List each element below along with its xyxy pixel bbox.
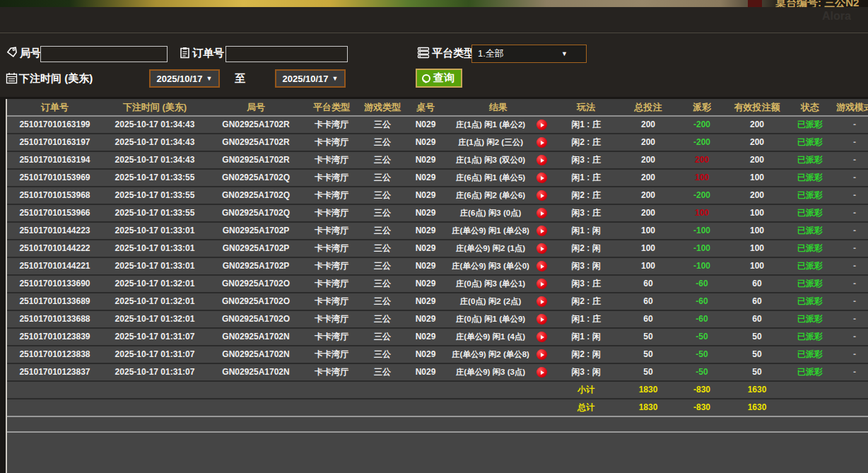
subtotal-row: 小计 1830 -830 1630 [7,382,868,399]
video-play-button[interactable] [536,349,547,360]
date-from-picker[interactable]: 2025/10/17 ▼ [149,69,220,88]
cell-round: GN02925A1702O [207,276,305,292]
cell-payout: 100 [676,170,727,186]
cell-status: 已派彩 [787,240,833,257]
cell-status: 已派彩 [787,276,833,292]
video-play-button[interactable] [536,137,547,148]
cell-valid-bet: 100 [727,205,787,221]
results-table-section: 订单号 下注时间 (美东) 局号 平台类型 游戏类型 桌号 结果 玩法 总投注 … [0,97,868,473]
cell-table-no: N029 [406,311,445,327]
table-number-label: 桌台编号: 三公N2 [775,0,859,7]
play-icon [541,370,544,375]
cell-payout: -100 [676,258,727,274]
cell-round: GN02925A1702N [207,329,305,345]
cell-result: 庄(6点) 闲3 (0点) [445,205,552,221]
video-play-button[interactable] [536,173,547,183]
cell-bet-time: 2025-10-17 01:33:01 [102,240,207,257]
cell-play: 闲2 : 庄 [552,187,620,204]
bet-time-label: 下注时间 (美东) [19,71,93,86]
cell-table-no: N029 [406,258,445,274]
cell-round: GN02925A1702R [207,134,305,151]
video-play-button[interactable] [536,155,547,165]
table-row: 251017010144221 2025-10-17 01:33:01 GN02… [7,258,868,276]
play-icon [541,141,544,145]
cell-round: GN02925A1702N [207,364,305,380]
cell-table-no: N029 [406,134,445,151]
play-icon [541,247,544,251]
cell-platform: 卡卡湾厅 [305,187,358,204]
cell-round: GN02925A1702R [207,152,305,168]
cell-platform: 卡卡湾厅 [305,364,358,380]
table-row: 251017010153969 2025-10-17 01:33:55 GN02… [7,170,868,187]
cell-table-no: N029 [406,364,445,380]
cell-bet-time: 2025-10-17 01:31:07 [102,329,207,345]
cell-game-mode: - [833,117,868,133]
play-icon [541,353,544,357]
cell-table-no: N029 [406,240,445,257]
video-play-button[interactable] [536,296,547,307]
date-to-picker[interactable]: 2025/10/17 ▼ [275,69,346,88]
play-icon [541,176,544,180]
video-play-button[interactable] [536,314,547,325]
cell-game-type: 三公 [358,134,406,151]
cell-result: 庄(1点) 闲2 (三公) [445,134,552,151]
results-table: 订单号 下注时间 (美东) 局号 平台类型 游戏类型 桌号 结果 玩法 总投注 … [6,99,868,473]
search-button[interactable]: 查询 [416,69,462,88]
cell-table-no: N029 [406,170,445,186]
cell-bet-time: 2025-10-17 01:33:55 [102,170,207,186]
video-play-button[interactable] [536,226,547,236]
cell-status: 已派彩 [787,311,833,327]
cell-platform: 卡卡湾厅 [305,276,358,292]
cell-table-no: N029 [406,205,445,221]
platform-type-select[interactable]: 1.全部 ▼ [471,45,587,63]
cell-round: GN02925A1702Q [207,187,305,204]
result-text: 庄(1点) 闲1 (单公2) [445,117,536,133]
cell-game-mode: - [833,152,868,168]
table-row: 251017010123837 2025-10-17 01:31:07 GN02… [7,364,868,382]
cell-game-mode: - [833,240,868,257]
video-play-button[interactable] [536,279,547,289]
cell-round: GN02925A1702N [207,346,305,363]
cell-game-mode: - [833,205,868,221]
cell-game-mode: - [833,346,868,363]
video-play-button[interactable] [536,190,547,201]
video-play-button[interactable] [536,367,547,378]
cell-payout: -50 [676,329,727,345]
round-number-input[interactable] [40,46,168,62]
cell-table-no: N029 [406,152,445,168]
cell-play: 闲3 : 闲 [552,258,620,274]
cell-order-id: 251017010153968 [7,187,102,204]
header-game-type: 游戏类型 [358,99,406,115]
chevron-down-icon: ▼ [332,75,339,82]
cell-round: GN02925A1702O [207,293,305,310]
platform-stack-icon [417,47,429,59]
header-status: 状态 [787,99,833,115]
video-play-button[interactable] [536,243,547,254]
cell-table-no: N029 [406,293,445,310]
cell-order-id: 251017010163194 [7,152,102,168]
cell-game-mode: - [833,134,868,151]
cell-play: 闲1 : 闲 [552,223,620,239]
cell-payout: -50 [676,346,727,363]
video-play-button[interactable] [536,208,547,218]
date-from-value: 2025/10/17 [157,74,203,84]
cell-game-type: 三公 [358,329,406,345]
cell-order-id: 251017010144222 [7,240,102,257]
order-number-input[interactable] [225,46,348,62]
cell-game-type: 三公 [358,205,406,221]
cell-order-id: 251017010133690 [7,276,102,292]
cell-game-type: 三公 [358,346,406,363]
cell-round: GN02925A1702Q [207,170,305,186]
result-text: 庄(单公9) 闲2 (1点) [445,240,536,257]
cell-status: 已派彩 [787,134,833,151]
video-play-button[interactable] [536,332,547,342]
header-payout: 派彩 [676,99,727,115]
cell-total-bet: 200 [620,187,676,204]
cell-play: 闲3 : 庄 [552,205,620,221]
result-text: 庄(6点) 闲3 (0点) [445,205,536,221]
cell-round: GN02925A1702R [207,117,305,133]
cell-payout: -60 [676,311,727,327]
video-play-button[interactable] [536,261,547,271]
video-play-button[interactable] [536,119,547,130]
table-row: 251017010123839 2025-10-17 01:31:07 GN02… [7,329,868,346]
